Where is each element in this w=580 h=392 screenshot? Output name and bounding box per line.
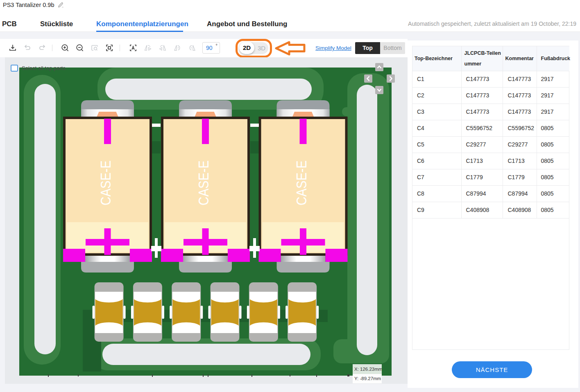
svg-text:CASE-E: CASE-E [97,160,113,205]
svg-text:CASE-E: CASE-E [293,160,309,205]
svg-text:CASE-E: CASE-E [195,160,211,205]
